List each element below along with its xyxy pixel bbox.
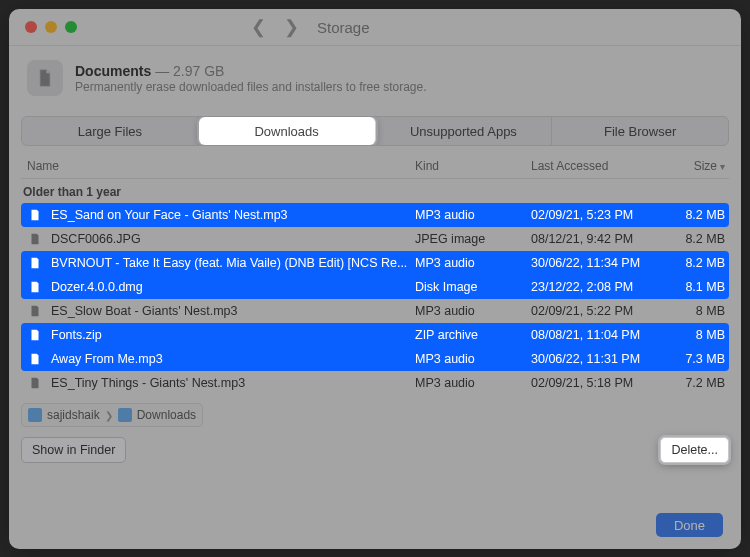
file-size: 8 MB [669,328,725,342]
path-current: Downloads [137,408,196,422]
folder-icon [118,408,132,422]
section-older-than-1-year: Older than 1 year [9,179,741,203]
svg-rect-3 [34,311,36,315]
category-subtitle: Permanently erase downloaded files and i… [75,80,427,94]
file-kind: MP3 audio [415,304,531,318]
file-kind: MP3 audio [415,208,531,222]
category-size: — 2.97 GB [155,63,224,79]
file-icon [27,351,43,367]
chevron-down-icon: ▾ [720,161,725,172]
file-row[interactable]: ES_Sand on Your Face - Giants' Nest.mp3M… [21,203,729,227]
file-size: 7.3 MB [669,352,725,366]
file-name: DSCF0066.JPG [51,232,415,246]
column-headers: Name Kind Last Accessed Size ▾ [21,154,729,179]
file-name: ES_Slow Boat - Giants' Nest.mp3 [51,304,415,318]
file-icon [27,327,43,343]
file-name: ES_Sand on Your Face - Giants' Nest.mp3 [51,208,415,222]
path-bar[interactable]: sajidshaik ❯ Downloads [21,403,203,427]
nav-buttons: ❮ ❯ [251,18,299,36]
file-icon [27,207,43,223]
svg-rect-6 [34,383,36,387]
file-row[interactable]: ES_Tiny Things - Giants' Nest.mp3MP3 aud… [21,371,729,395]
file-kind: Disk Image [415,280,531,294]
zoom-window-button[interactable] [65,21,77,33]
file-kind: JPEG image [415,232,531,246]
file-icon [27,231,43,247]
file-last-accessed: 23/12/22, 2:08 PM [531,280,669,294]
file-row[interactable]: DSCF0066.JPGJPEG image08/12/21, 9:42 PM8… [21,227,729,251]
window-title: Storage [317,19,370,36]
file-kind: ZIP archive [415,328,531,342]
category-name: Documents [75,63,151,79]
file-name: Away From Me.mp3 [51,352,415,366]
file-name: ES_Tiny Things - Giants' Nest.mp3 [51,376,415,390]
file-icon [27,375,43,391]
file-last-accessed: 30/06/22, 11:34 PM [531,256,669,270]
file-size: 7.2 MB [669,376,725,390]
file-list: ES_Sand on Your Face - Giants' Nest.mp3M… [9,203,741,395]
svg-rect-5 [34,359,36,363]
tab-unsupported-apps[interactable]: Unsupported Apps [376,117,553,145]
col-name[interactable]: Name [25,159,415,173]
done-button[interactable]: Done [656,513,723,537]
close-window-button[interactable] [25,21,37,33]
file-row[interactable]: Dozer.4.0.0.dmgDisk Image23/12/22, 2:08 … [21,275,729,299]
file-size: 8 MB [669,304,725,318]
tab-downloads[interactable]: Downloads [199,117,376,145]
delete-button[interactable]: Delete... [660,437,729,463]
footer-bar: Show in Finder Delete... [21,437,729,463]
col-size-label: Size [694,159,717,173]
col-last[interactable]: Last Accessed [531,159,669,173]
file-last-accessed: 08/08/21, 11:04 PM [531,328,669,342]
category-title: Documents — 2.97 GB [75,63,427,79]
file-icon [27,303,43,319]
file-size: 8.1 MB [669,280,725,294]
file-last-accessed: 02/09/21, 5:18 PM [531,376,669,390]
file-size: 8.2 MB [669,208,725,222]
col-kind[interactable]: Kind [415,159,531,173]
col-size[interactable]: Size ▾ [669,159,725,173]
file-last-accessed: 30/06/22, 11:31 PM [531,352,669,366]
file-row[interactable]: Fonts.zipZIP archive08/08/21, 11:04 PM8 … [21,323,729,347]
tab-bar: Large FilesDownloadsUnsupported AppsFile… [21,116,729,146]
svg-rect-4 [34,331,35,338]
file-row[interactable]: ES_Slow Boat - Giants' Nest.mp3MP3 audio… [21,299,729,323]
file-size: 8.2 MB [669,232,725,246]
file-last-accessed: 08/12/21, 9:42 PM [531,232,669,246]
svg-point-2 [33,286,38,291]
file-size: 8.2 MB [669,256,725,270]
svg-rect-1 [34,263,36,267]
minimize-window-button[interactable] [45,21,57,33]
file-row[interactable]: Away From Me.mp3MP3 audio30/06/22, 11:31… [21,347,729,371]
file-last-accessed: 02/09/21, 5:23 PM [531,208,669,222]
file-kind: MP3 audio [415,256,531,270]
storage-window: ❮ ❯ Storage Documents — 2.97 GB Permanen… [9,9,741,549]
tab-large-files[interactable]: Large Files [22,117,199,145]
svg-rect-0 [34,215,36,219]
window-controls [25,21,77,33]
file-kind: MP3 audio [415,376,531,390]
tab-file-browser[interactable]: File Browser [552,117,728,145]
file-name: Fonts.zip [51,328,415,342]
back-icon[interactable]: ❮ [251,18,266,36]
file-last-accessed: 02/09/21, 5:22 PM [531,304,669,318]
show-in-finder-button[interactable]: Show in Finder [21,437,126,463]
forward-icon[interactable]: ❯ [284,18,299,36]
file-row[interactable]: BVRNOUT - Take It Easy (feat. Mia Vaile)… [21,251,729,275]
chevron-right-icon: ❯ [105,410,113,421]
documents-icon [27,60,63,96]
file-name: Dozer.4.0.0.dmg [51,280,415,294]
file-kind: MP3 audio [415,352,531,366]
file-icon [27,279,43,295]
folder-icon [28,408,42,422]
file-name: BVRNOUT - Take It Easy (feat. Mia Vaile)… [51,256,415,270]
file-icon [27,255,43,271]
path-root: sajidshaik [47,408,100,422]
titlebar: ❮ ❯ Storage [9,9,741,46]
documents-header: Documents — 2.97 GB Permanently erase do… [9,46,741,110]
